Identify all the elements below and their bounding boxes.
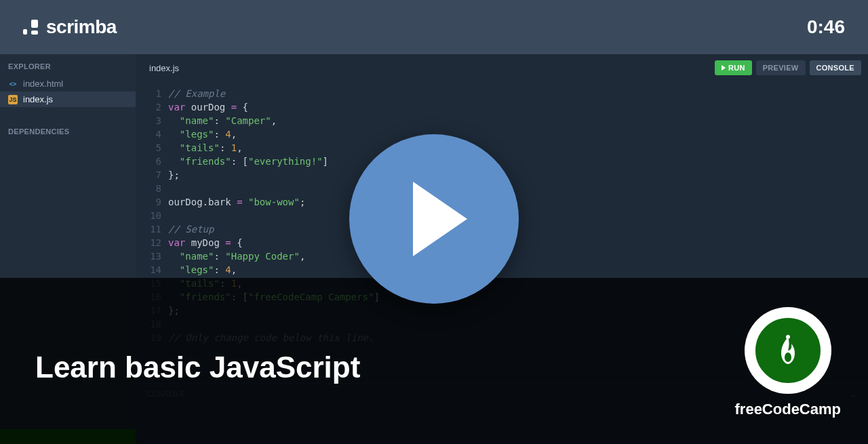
file-item-index-js[interactable]: JSindex.js <box>0 92 136 107</box>
tab-buttons: RUN PREVIEW CONSOLE <box>715 60 861 75</box>
file-name: index.html <box>23 79 63 89</box>
brand-logo[interactable]: scrimba <box>23 16 117 38</box>
js-file-icon: JS <box>8 95 18 104</box>
svg-point-0 <box>785 352 791 362</box>
svg-point-1 <box>786 335 790 339</box>
flame-icon <box>774 334 802 367</box>
file-name: index.js <box>23 94 53 104</box>
file-item-index-html[interactable]: <>index.html <box>0 76 136 92</box>
timestamp: 0:46 <box>807 16 845 38</box>
progress-bar[interactable] <box>0 429 136 444</box>
scrimba-logo-icon <box>23 20 38 35</box>
chevron-down-icon: ⌄ <box>849 388 858 399</box>
fcc-logo-circle <box>745 307 831 394</box>
play-icon <box>722 65 726 70</box>
dependencies-heading: DEPENDENCIES <box>0 119 136 141</box>
console-panel-label: CONSOLE <box>146 390 185 398</box>
preview-label: PREVIEW <box>763 64 799 72</box>
run-label: RUN <box>728 64 745 72</box>
file-list: <>index.htmlJSindex.js <box>0 76 136 107</box>
console-button[interactable]: CONSOLE <box>810 60 862 75</box>
big-play-button[interactable] <box>349 134 519 304</box>
attribution-label: freeCodeCamp <box>735 401 841 418</box>
run-button[interactable]: RUN <box>715 60 752 75</box>
attribution-badge[interactable]: freeCodeCamp <box>735 307 841 418</box>
sidebar: EXPLORER <>index.htmlJSindex.js DEPENDEN… <box>0 54 136 444</box>
preview-button[interactable]: PREVIEW <box>756 60 806 75</box>
play-icon <box>413 182 467 256</box>
explorer-heading: EXPLORER <box>0 54 136 76</box>
console-label: CONSOLE <box>816 64 855 72</box>
tab-bar: index.js RUN PREVIEW CONSOLE <box>136 54 868 81</box>
brand-name: scrimba <box>46 16 117 38</box>
header: scrimba 0:46 <box>0 0 868 54</box>
html-file-icon: <> <box>8 79 18 89</box>
tab-indexjs[interactable]: index.js <box>136 54 193 81</box>
